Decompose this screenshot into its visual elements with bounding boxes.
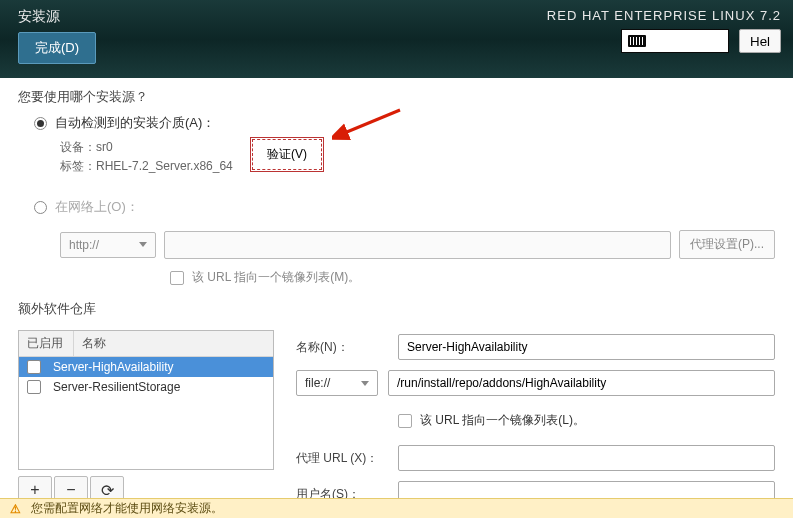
- warning-text: 您需配置网络才能使用网络安装源。: [31, 500, 223, 517]
- repo-list: 已启用 名称 Server-HighAvailability Server-Re…: [18, 330, 274, 470]
- proxy-url-label: 代理 URL (X)：: [296, 450, 388, 467]
- repo-mirror-label: 该 URL 指向一个镜像列表(L)。: [420, 412, 585, 429]
- done-button[interactable]: 完成(D): [18, 32, 96, 64]
- product-label: RED HAT ENTERPRISE LINUX 7.2: [547, 8, 781, 23]
- keyboard-lang: cn: [652, 34, 666, 48]
- chevron-down-icon: [361, 381, 369, 386]
- repo-name: Server-ResilientStorage: [53, 380, 265, 394]
- repo-name-label: 名称(N)：: [296, 339, 388, 356]
- repo-path-input[interactable]: [388, 370, 775, 396]
- source-question: 您要使用哪个安装源？: [18, 88, 775, 106]
- radio-network-label: 在网络上(O)：: [55, 198, 139, 216]
- network-url-input[interactable]: [164, 231, 671, 259]
- mirror-main-label: 该 URL 指向一个镜像列表(M)。: [192, 269, 360, 286]
- repo-mirror-checkbox[interactable]: [398, 414, 412, 428]
- radio-auto-label: 自动检测到的安装介质(A)：: [55, 114, 215, 132]
- chevron-down-icon: [139, 242, 147, 247]
- col-enable: 已启用: [19, 331, 74, 356]
- repo-row[interactable]: Server-HighAvailability: [19, 357, 273, 377]
- repo-list-header: 已启用 名称: [19, 331, 273, 357]
- radio-icon: [34, 201, 47, 214]
- verify-button[interactable]: 验证(V): [252, 139, 322, 170]
- keyboard-icon: [628, 35, 646, 47]
- mirror-main-checkbox[interactable]: [170, 271, 184, 285]
- warning-icon: ⚠: [10, 502, 21, 516]
- device-info: 设备：sr0 标签：RHEL-7.2_Server.x86_64: [60, 138, 775, 176]
- repo-title: 额外软件仓库: [18, 300, 775, 318]
- radio-auto-media[interactable]: 自动检测到的安装介质(A)：: [34, 114, 775, 132]
- repo-enable-checkbox[interactable]: [27, 360, 41, 374]
- col-name: 名称: [74, 331, 114, 356]
- keyboard-layout-selector[interactable]: cn: [621, 29, 729, 53]
- proxy-url-input[interactable]: [398, 445, 775, 471]
- repo-enable-checkbox[interactable]: [27, 380, 41, 394]
- protocol-select[interactable]: http://: [60, 232, 156, 258]
- page-title: 安装源: [18, 8, 96, 26]
- proxy-settings-button[interactable]: 代理设置(P)...: [679, 230, 775, 259]
- repo-name-input[interactable]: [398, 334, 775, 360]
- repo-row[interactable]: Server-ResilientStorage: [19, 377, 273, 397]
- repo-name: Server-HighAvailability: [53, 360, 265, 374]
- repo-protocol-select[interactable]: file://: [296, 370, 378, 396]
- header: 安装源 完成(D) RED HAT ENTERPRISE LINUX 7.2 c…: [0, 0, 793, 78]
- help-button[interactable]: Hel: [739, 29, 781, 53]
- radio-network[interactable]: 在网络上(O)：: [34, 198, 775, 216]
- radio-icon: [34, 117, 47, 130]
- warning-bar: ⚠ 您需配置网络才能使用网络安装源。: [0, 498, 793, 518]
